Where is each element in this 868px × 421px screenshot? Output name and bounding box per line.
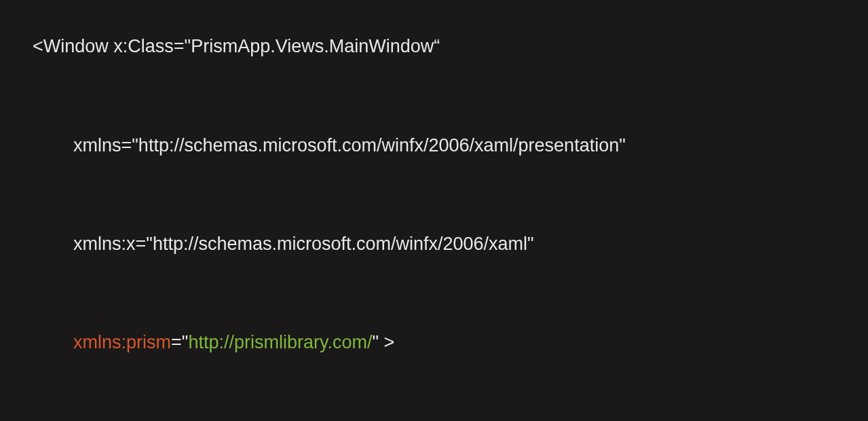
xmlns-prism-attr: xmlns:prism bbox=[73, 332, 171, 352]
code-line-4: xmlns:prism="http://prismlibrary.com/" > bbox=[12, 306, 856, 380]
code-text: xmlns:x="http://schemas.microsoft.com/wi… bbox=[73, 234, 534, 254]
code-block: <Window x:Class="PrismApp.Views.MainWind… bbox=[0, 0, 868, 421]
code-line-3: xmlns:x="http://schemas.microsoft.com/wi… bbox=[12, 207, 856, 281]
prism-url: http://prismlibrary.com/ bbox=[188, 332, 372, 352]
code-text: xmlns="http://schemas.microsoft.com/winf… bbox=[73, 135, 626, 155]
code-text: " > bbox=[372, 332, 394, 352]
code-line-1: <Window x:Class="PrismApp.Views.MainWind… bbox=[12, 10, 856, 84]
code-text: =" bbox=[171, 332, 188, 352]
code-text: <Window x:Class="PrismApp.Views.MainWind… bbox=[33, 36, 440, 56]
code-line-5: <Grid> bbox=[12, 404, 856, 421]
code-line-2: xmlns="http://schemas.microsoft.com/winf… bbox=[12, 108, 856, 182]
